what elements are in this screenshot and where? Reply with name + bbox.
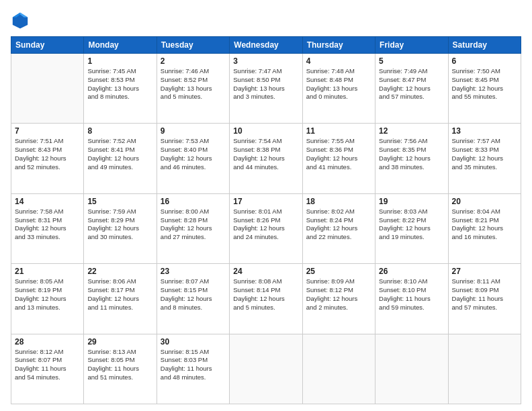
day-number: 24 <box>233 267 298 276</box>
calendar-cell: 7Sunrise: 7:51 AM Sunset: 8:43 PM Daylig… <box>11 124 84 193</box>
day-number: 10 <box>233 126 298 136</box>
day-number: 30 <box>161 337 226 347</box>
day-info: Sunrise: 7:45 AM Sunset: 8:53 PM Dayligh… <box>87 67 152 101</box>
day-number: 23 <box>161 267 226 276</box>
calendar-cell: 21Sunrise: 8:05 AM Sunset: 8:19 PM Dayli… <box>11 264 84 334</box>
day-number: 28 <box>15 337 80 347</box>
week-row-2: 7Sunrise: 7:51 AM Sunset: 8:43 PM Daylig… <box>11 124 521 193</box>
day-info: Sunrise: 8:15 AM Sunset: 8:03 PM Dayligh… <box>161 348 226 382</box>
calendar-cell: 11Sunrise: 7:55 AM Sunset: 8:36 PM Dayli… <box>302 124 375 193</box>
weekday-header-row: SundayMondayTuesdayWednesdayThursdayFrid… <box>11 37 521 54</box>
day-number: 14 <box>15 197 80 206</box>
weekday-header-thursday: Thursday <box>302 37 375 54</box>
day-number: 6 <box>452 56 517 66</box>
calendar-cell: 5Sunrise: 7:49 AM Sunset: 8:47 PM Daylig… <box>375 54 448 124</box>
day-info: Sunrise: 7:46 AM Sunset: 8:52 PM Dayligh… <box>161 67 226 101</box>
day-number: 1 <box>87 56 152 66</box>
day-info: Sunrise: 7:49 AM Sunset: 8:47 PM Dayligh… <box>379 67 444 101</box>
day-info: Sunrise: 8:07 AM Sunset: 8:15 PM Dayligh… <box>161 277 226 312</box>
calendar-cell: 30Sunrise: 8:15 AM Sunset: 8:03 PM Dayli… <box>157 334 229 404</box>
calendar-cell: 4Sunrise: 7:48 AM Sunset: 8:48 PM Daylig… <box>302 54 375 124</box>
calendar-cell: 20Sunrise: 8:04 AM Sunset: 8:21 PM Dayli… <box>448 193 521 263</box>
day-number: 16 <box>161 197 226 206</box>
calendar-cell: 12Sunrise: 7:56 AM Sunset: 8:35 PM Dayli… <box>375 124 448 193</box>
day-info: Sunrise: 8:05 AM Sunset: 8:19 PM Dayligh… <box>15 277 80 312</box>
day-info: Sunrise: 8:06 AM Sunset: 8:17 PM Dayligh… <box>87 277 152 312</box>
day-number: 25 <box>306 267 371 276</box>
calendar-cell: 9Sunrise: 7:53 AM Sunset: 8:40 PM Daylig… <box>157 124 229 193</box>
day-info: Sunrise: 8:13 AM Sunset: 8:05 PM Dayligh… <box>87 348 152 382</box>
day-info: Sunrise: 8:08 AM Sunset: 8:14 PM Dayligh… <box>233 277 298 312</box>
day-info: Sunrise: 8:01 AM Sunset: 8:26 PM Dayligh… <box>233 208 298 242</box>
calendar-cell: 14Sunrise: 7:58 AM Sunset: 8:31 PM Dayli… <box>11 193 84 263</box>
weekday-header-wednesday: Wednesday <box>230 37 302 54</box>
day-info: Sunrise: 7:50 AM Sunset: 8:45 PM Dayligh… <box>452 67 517 101</box>
day-info: Sunrise: 7:58 AM Sunset: 8:31 PM Dayligh… <box>15 208 80 242</box>
week-row-1: 1Sunrise: 7:45 AM Sunset: 8:53 PM Daylig… <box>11 54 521 124</box>
day-number: 4 <box>306 56 371 66</box>
day-info: Sunrise: 7:54 AM Sunset: 8:38 PM Dayligh… <box>233 137 298 171</box>
day-number: 20 <box>452 197 517 206</box>
day-number: 11 <box>306 126 371 136</box>
day-number: 18 <box>306 197 371 206</box>
calendar-cell: 26Sunrise: 8:10 AM Sunset: 8:10 PM Dayli… <box>375 264 448 334</box>
week-row-5: 28Sunrise: 8:12 AM Sunset: 8:07 PM Dayli… <box>11 334 521 404</box>
day-number: 21 <box>15 267 80 276</box>
day-info: Sunrise: 7:59 AM Sunset: 8:29 PM Dayligh… <box>87 208 152 242</box>
calendar-cell: 3Sunrise: 7:47 AM Sunset: 8:50 PM Daylig… <box>230 54 302 124</box>
calendar-cell: 18Sunrise: 8:02 AM Sunset: 8:24 PM Dayli… <box>302 193 375 263</box>
page: SundayMondayTuesdayWednesdayThursdayFrid… <box>0 0 532 411</box>
calendar-cell: 1Sunrise: 7:45 AM Sunset: 8:53 PM Daylig… <box>84 54 157 124</box>
day-info: Sunrise: 8:11 AM Sunset: 8:09 PM Dayligh… <box>452 277 517 312</box>
day-info: Sunrise: 7:57 AM Sunset: 8:33 PM Dayligh… <box>452 137 517 171</box>
calendar-cell: 23Sunrise: 8:07 AM Sunset: 8:15 PM Dayli… <box>157 264 229 334</box>
calendar-cell: 19Sunrise: 8:03 AM Sunset: 8:22 PM Dayli… <box>375 193 448 263</box>
day-number: 27 <box>452 267 517 276</box>
logo-icon <box>11 11 30 30</box>
calendar-cell: 17Sunrise: 8:01 AM Sunset: 8:26 PM Dayli… <box>230 193 302 263</box>
day-number: 13 <box>452 126 517 136</box>
weekday-header-monday: Monday <box>84 37 157 54</box>
day-number: 29 <box>87 337 152 347</box>
day-number: 5 <box>379 56 444 66</box>
calendar-cell: 6Sunrise: 7:50 AM Sunset: 8:45 PM Daylig… <box>448 54 521 124</box>
calendar-cell: 8Sunrise: 7:52 AM Sunset: 8:41 PM Daylig… <box>84 124 157 193</box>
day-info: Sunrise: 8:03 AM Sunset: 8:22 PM Dayligh… <box>379 208 444 242</box>
weekday-header-tuesday: Tuesday <box>157 37 229 54</box>
svg-marker-0 <box>13 13 28 29</box>
calendar-cell: 24Sunrise: 8:08 AM Sunset: 8:14 PM Dayli… <box>230 264 302 334</box>
weekday-header-friday: Friday <box>375 37 448 54</box>
day-info: Sunrise: 7:53 AM Sunset: 8:40 PM Dayligh… <box>161 137 226 171</box>
header <box>11 11 521 30</box>
calendar-table: SundayMondayTuesdayWednesdayThursdayFrid… <box>11 36 521 404</box>
week-row-4: 21Sunrise: 8:05 AM Sunset: 8:19 PM Dayli… <box>11 264 521 334</box>
day-number: 22 <box>87 267 152 276</box>
day-info: Sunrise: 8:10 AM Sunset: 8:10 PM Dayligh… <box>379 277 444 312</box>
calendar-cell <box>375 334 448 404</box>
calendar-cell <box>302 334 375 404</box>
calendar-cell: 27Sunrise: 8:11 AM Sunset: 8:09 PM Dayli… <box>448 264 521 334</box>
calendar-cell: 22Sunrise: 8:06 AM Sunset: 8:17 PM Dayli… <box>84 264 157 334</box>
day-info: Sunrise: 8:00 AM Sunset: 8:28 PM Dayligh… <box>161 208 226 242</box>
calendar-cell: 28Sunrise: 8:12 AM Sunset: 8:07 PM Dayli… <box>11 334 84 404</box>
week-row-3: 14Sunrise: 7:58 AM Sunset: 8:31 PM Dayli… <box>11 193 521 263</box>
day-number: 26 <box>379 267 444 276</box>
day-number: 3 <box>233 56 298 66</box>
day-info: Sunrise: 7:48 AM Sunset: 8:48 PM Dayligh… <box>306 67 371 101</box>
calendar-cell <box>230 334 302 404</box>
day-number: 9 <box>161 126 226 136</box>
day-info: Sunrise: 8:02 AM Sunset: 8:24 PM Dayligh… <box>306 208 371 242</box>
day-info: Sunrise: 8:09 AM Sunset: 8:12 PM Dayligh… <box>306 277 371 312</box>
logo <box>11 11 32 30</box>
day-info: Sunrise: 8:12 AM Sunset: 8:07 PM Dayligh… <box>15 348 80 382</box>
day-info: Sunrise: 7:47 AM Sunset: 8:50 PM Dayligh… <box>233 67 298 101</box>
day-info: Sunrise: 7:52 AM Sunset: 8:41 PM Dayligh… <box>87 137 152 171</box>
calendar-cell: 10Sunrise: 7:54 AM Sunset: 8:38 PM Dayli… <box>230 124 302 193</box>
weekday-header-saturday: Saturday <box>448 37 521 54</box>
calendar-cell: 29Sunrise: 8:13 AM Sunset: 8:05 PM Dayli… <box>84 334 157 404</box>
calendar-cell: 13Sunrise: 7:57 AM Sunset: 8:33 PM Dayli… <box>448 124 521 193</box>
day-number: 7 <box>15 126 80 136</box>
day-number: 8 <box>87 126 152 136</box>
weekday-header-sunday: Sunday <box>11 37 84 54</box>
day-info: Sunrise: 7:56 AM Sunset: 8:35 PM Dayligh… <box>379 137 444 171</box>
